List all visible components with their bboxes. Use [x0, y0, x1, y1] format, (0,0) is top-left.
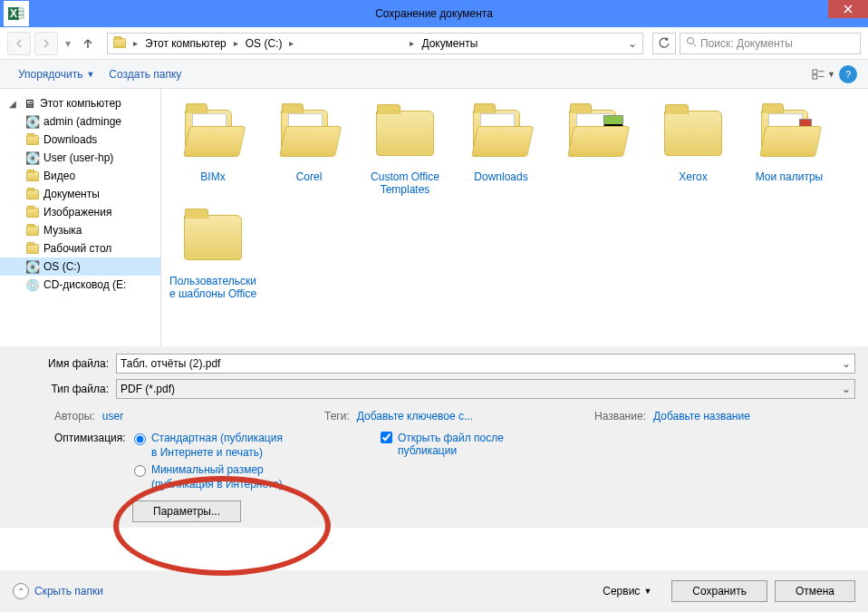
- sidebar-item-label: Видео: [43, 170, 75, 182]
- sidebar-item-label: Рабочий стол: [43, 242, 111, 255]
- folder-item[interactable]: BIMx: [165, 96, 261, 200]
- optimize-minimal-radio[interactable]: Минимальный размер (публикация в Интерне…: [134, 463, 288, 491]
- sidebar-item[interactable]: Музыка: [0, 221, 160, 239]
- folder-item[interactable]: [549, 96, 645, 200]
- filetype-select[interactable]: PDF (*.pdf) ⌄: [116, 379, 855, 399]
- sidebar-item-label: Этот компьютер: [40, 97, 121, 110]
- chevron-icon[interactable]: ▸: [232, 38, 240, 48]
- sidebar-item-label: Музыка: [43, 224, 82, 237]
- sidebar-item-label: CD-дисковод (E:: [43, 278, 126, 291]
- folder-label: Мои палитры: [756, 170, 824, 183]
- save-button[interactable]: Сохранить: [671, 580, 767, 602]
- tags-label: Теги:: [324, 410, 350, 423]
- optimization-label: Оптимизация:: [54, 432, 126, 444]
- breadcrumb-seg[interactable]: Документы: [418, 35, 481, 52]
- folder-item[interactable]: Downloads: [453, 96, 549, 200]
- folder-icon: [179, 100, 246, 167]
- chevron-icon[interactable]: ▸: [131, 38, 140, 48]
- sidebar-item[interactable]: User (user-hp): [0, 149, 160, 167]
- sidebar-item[interactable]: Изображения: [0, 203, 160, 221]
- svg-point-5: [688, 38, 694, 44]
- folder-item[interactable]: Пользовательские шаблоны Office: [165, 200, 261, 305]
- sidebar-item[interactable]: ◢Этот компьютер: [0, 94, 160, 112]
- address-bar[interactable]: ▸ Этот компьютер ▸ OS (C:) ▸ ▸ Документы…: [107, 33, 643, 54]
- view-button[interactable]: ▼: [812, 64, 835, 84]
- sidebar-item[interactable]: OS (C:): [0, 257, 160, 276]
- sidebar-item[interactable]: Документы: [0, 185, 160, 203]
- sidebar-item[interactable]: Видео: [0, 167, 160, 185]
- up-button[interactable]: [78, 34, 98, 53]
- breadcrumb-seg[interactable]: [297, 42, 406, 45]
- open-after-checkbox[interactable]: Открыть файл после публикации: [381, 432, 525, 457]
- radio-input[interactable]: [134, 465, 146, 477]
- service-dropdown[interactable]: Сервис ▼: [603, 585, 651, 597]
- folder-label: Пользовательские шаблоны Office: [168, 275, 258, 301]
- sidebar-item[interactable]: CD-дисковод (E:: [0, 276, 160, 294]
- sidebar-item-label: OS (C:): [43, 260, 81, 273]
- title-value[interactable]: Добавьте название: [653, 410, 750, 423]
- title-label: Название:: [594, 410, 646, 423]
- filename-input[interactable]: Табл. отчёты (2).pdf ⌄: [116, 354, 855, 374]
- folder-label: Xerox: [679, 170, 707, 183]
- filename-label: Имя файла:: [13, 357, 116, 370]
- folder-label: Downloads: [474, 170, 527, 183]
- help-button[interactable]: ?: [839, 65, 857, 83]
- breadcrumb-seg[interactable]: OS (C:): [242, 35, 286, 52]
- folder-icon: [275, 100, 342, 167]
- sidebar-item-label: Документы: [43, 188, 100, 200]
- sidebar-item[interactable]: Downloads: [0, 131, 160, 149]
- folder-label: Corel: [296, 170, 323, 183]
- breadcrumb-seg[interactable]: Этот компьютер: [141, 35, 230, 52]
- chevron-down-icon[interactable]: ⌄: [842, 383, 851, 395]
- refresh-button[interactable]: [652, 33, 676, 54]
- forward-button[interactable]: [34, 32, 58, 55]
- svg-rect-3: [18, 12, 24, 15]
- folder-icon: [179, 204, 246, 271]
- navbar: ▾ ▸ Этот компьютер ▸ OS (C:) ▸ ▸ Докумен…: [0, 27, 868, 60]
- folder-item[interactable]: Xerox: [645, 96, 741, 200]
- footer: ⌃ Скрыть папки Сервис ▼ Сохранить Отмена: [0, 570, 868, 612]
- save-form: Имя файла: Табл. отчёты (2).pdf ⌄ Тип фа…: [0, 346, 868, 528]
- tags-value[interactable]: Добавьте ключевое с...: [357, 410, 473, 423]
- toolbar: Упорядочить ▼ Создать папку ▼ ?: [0, 60, 868, 89]
- excel-icon: X: [4, 1, 29, 26]
- chevron-down-icon[interactable]: ⌄: [842, 357, 851, 370]
- content-pane[interactable]: BIMxCorelCustom Office TemplatesDownload…: [161, 89, 868, 346]
- sidebar-item-label: User (user-hp): [43, 151, 113, 164]
- chevron-icon[interactable]: ▸: [287, 38, 295, 48]
- breadcrumb-root-icon[interactable]: [110, 36, 130, 50]
- svg-rect-6: [813, 69, 817, 73]
- search-input[interactable]: Поиск: Документы: [680, 33, 861, 54]
- recent-dropdown[interactable]: ▾: [62, 37, 74, 50]
- optimization-area: Оптимизация: Стандартная (публикация в И…: [13, 432, 855, 522]
- search-icon: [686, 36, 697, 50]
- svg-rect-4: [18, 15, 24, 18]
- checkbox-input[interactable]: [381, 432, 392, 443]
- folder-item[interactable]: Мои палитры: [741, 96, 837, 200]
- hide-folders-button[interactable]: ⌃ Скрыть папки: [13, 583, 103, 599]
- address-dropdown[interactable]: ⌄: [624, 37, 641, 50]
- organize-button[interactable]: Упорядочить ▼: [11, 64, 101, 84]
- svg-text:X: X: [10, 7, 17, 20]
- sidebar-item-label: admin (adminge: [43, 115, 121, 128]
- sidebar-item[interactable]: admin (adminge: [0, 112, 160, 131]
- new-folder-button[interactable]: Создать папку: [101, 64, 188, 84]
- sidebar-item-label: Downloads: [43, 133, 97, 146]
- folder-item[interactable]: Corel: [261, 96, 357, 200]
- folder-icon: [564, 100, 631, 167]
- optimize-standard-radio[interactable]: Стандартная (публикация в Интернете и пе…: [134, 432, 288, 460]
- parameters-button[interactable]: Параметры...: [132, 500, 241, 522]
- sidebar-item[interactable]: Рабочий стол: [0, 239, 160, 257]
- filetype-label: Тип файла:: [13, 383, 116, 395]
- chevron-icon[interactable]: ▸: [408, 38, 416, 48]
- close-button[interactable]: [828, 0, 868, 18]
- radio-input[interactable]: [134, 433, 146, 445]
- search-placeholder: Поиск: Документы: [700, 37, 793, 50]
- back-button[interactable]: [7, 32, 31, 55]
- cancel-button[interactable]: Отмена: [775, 580, 855, 602]
- chevron-down-icon: ▼: [643, 587, 651, 596]
- sidebar: ◢Этот компьютерadmin (admingeDownloadsUs…: [0, 89, 161, 346]
- folder-item[interactable]: Custom Office Templates: [357, 96, 453, 200]
- folder-icon: [468, 100, 535, 167]
- authors-value[interactable]: user: [102, 410, 123, 423]
